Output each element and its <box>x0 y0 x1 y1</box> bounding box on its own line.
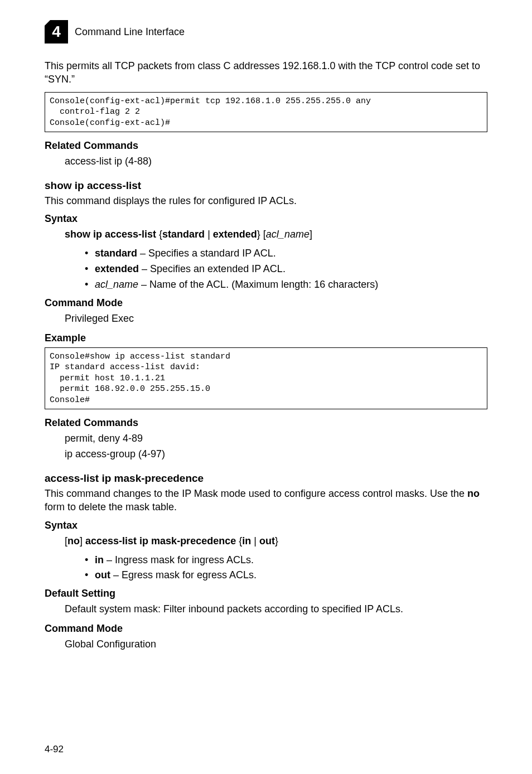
syntax-brace: } <box>275 535 278 546</box>
syntax-cmd: access-list ip mask-precedence <box>85 535 236 546</box>
header-title: Command Line Interface <box>75 26 185 38</box>
bullet-text: – Specifies an extended IP ACL. <box>139 263 286 274</box>
bullet-item: standard – Specifies a standard IP ACL. <box>85 246 487 262</box>
bullet-item: acl_name – Name of the ACL. (Maximum len… <box>85 277 487 293</box>
syntax-opt1: in <box>242 535 251 546</box>
default-setting-heading: Default Setting <box>45 588 487 599</box>
command-desc-1: This command displays the rules for conf… <box>45 194 487 207</box>
syntax-no: no <box>67 535 80 546</box>
syntax-brace: { <box>156 229 162 240</box>
bullet-item: out – Egress mask for egress ACLs. <box>85 568 487 583</box>
syntax-bullets-2: in – Ingress mask for ingress ACLs. out … <box>85 553 487 584</box>
bullet-keyword: in <box>95 554 104 565</box>
related-commands-line-2b: ip access-group (4-97) <box>65 447 487 462</box>
bullet-text: – Ingress mask for ingress ACLs. <box>104 554 254 565</box>
syntax-line-2: [no] access-list ip mask-precedence {in … <box>65 534 487 549</box>
bullet-item: extended – Specifies an extended IP ACL. <box>85 262 487 277</box>
syntax-bracket: ] <box>80 535 85 546</box>
related-commands-heading-1: Related Commands <box>45 140 487 152</box>
related-commands-heading-2: Related Commands <box>45 417 487 429</box>
desc-text: This command changes to the IP Mask mode… <box>45 488 467 499</box>
syntax-heading-1: Syntax <box>45 213 487 225</box>
syntax-brace: { <box>236 535 242 546</box>
chapter-badge: 4 <box>45 20 68 43</box>
related-commands-line-2a: permit, deny 4-89 <box>65 431 487 447</box>
bullet-text: – Name of the ACL. (Maximum length: 16 c… <box>138 279 378 290</box>
syntax-cmd: show ip access-list <box>65 229 156 240</box>
syntax-pipe: | <box>205 229 213 240</box>
desc-text: form to delete the mask table. <box>45 501 177 512</box>
bullet-keyword: extended <box>95 263 139 274</box>
page-header: 4 Command Line Interface <box>45 20 487 43</box>
command-name-2: access-list ip mask-precedence <box>45 472 487 485</box>
syntax-brace: ] <box>309 229 312 240</box>
bullet-keyword: out <box>95 569 110 580</box>
syntax-opt2: extended <box>213 229 257 240</box>
command-name-1: show ip access-list <box>45 180 487 192</box>
syntax-heading-2: Syntax <box>45 520 487 531</box>
related-commands-line-1: access-list ip (4-88) <box>65 154 487 170</box>
syntax-opt2: out <box>259 535 275 546</box>
syntax-opt1: standard <box>162 229 205 240</box>
command-mode-heading-2: Command Mode <box>45 623 487 635</box>
syntax-brace: } [ <box>257 229 266 240</box>
syntax-pipe: | <box>251 535 259 546</box>
code-block-1: Console(config-ext-acl)#permit tcp 192.1… <box>45 92 487 133</box>
bullet-keyword: standard <box>95 248 137 259</box>
command-mode-line-2: Global Configuration <box>65 637 487 652</box>
page-root: 4 Command Line Interface This permits al… <box>0 0 532 774</box>
syntax-line-1: show ip access-list {standard | extended… <box>65 227 487 243</box>
example-heading-1: Example <box>45 332 487 344</box>
page-number: 4-92 <box>45 744 64 755</box>
syntax-bullets-1: standard – Specifies a standard IP ACL. … <box>85 246 487 293</box>
command-mode-heading-1: Command Mode <box>45 297 487 309</box>
command-desc-2: This command changes to the IP Mask mode… <box>45 487 487 514</box>
bullet-item: in – Ingress mask for ingress ACLs. <box>85 553 487 568</box>
command-mode-line-1: Privileged Exec <box>65 311 487 327</box>
code-block-2: Console#show ip access-list standard IP … <box>45 347 487 410</box>
default-setting-line: Default system mask: Filter inbound pack… <box>65 602 487 617</box>
desc-keyword: no <box>467 488 480 499</box>
chapter-number: 4 <box>52 23 61 41</box>
bullet-arg: acl_name <box>95 279 138 290</box>
bullet-text: – Specifies a standard IP ACL. <box>137 248 276 259</box>
bullet-text: – Egress mask for egress ACLs. <box>110 569 257 580</box>
intro-paragraph: This permits all TCP packets from class … <box>45 59 487 86</box>
syntax-arg: acl_name <box>266 229 309 240</box>
